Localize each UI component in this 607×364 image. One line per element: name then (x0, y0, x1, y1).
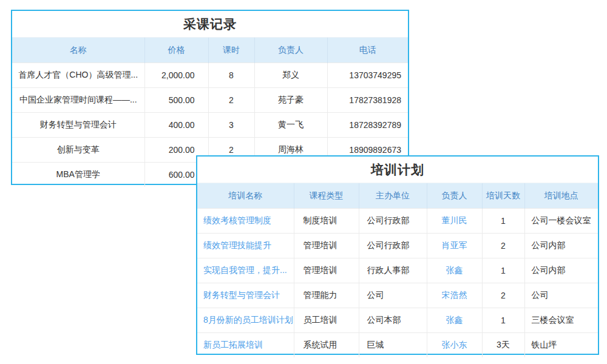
training-name-link[interactable]: 实现自我管理，提升... (197, 258, 294, 283)
training-header-row: 培训名称 课程类型 主办单位 负责人 培训天数 培训地点 (197, 183, 598, 209)
purchase-card-title: 采课记录 (12, 11, 408, 38)
cell-organizer: 公司行政部 (359, 209, 427, 234)
cell-location: 公司一楼会议室 (524, 209, 598, 234)
cell-hours: 2 (208, 88, 254, 113)
header-cell-manager: 负责人 (427, 183, 482, 209)
training-card-title: 培训计划 (197, 157, 598, 183)
cell-course-type: 系统试用 (294, 333, 359, 358)
table-row: 8月份新的员工培训计划 员工培训 公司本部 张鑫 1 三楼会议室 (197, 308, 598, 333)
header-cell-price: 价格 (144, 38, 208, 63)
cell-manager: 郑义 (254, 63, 327, 88)
header-cell-organizer: 主办单位 (359, 183, 427, 209)
cell-days: 1 (482, 258, 524, 283)
table-row: 财务转型与管理会计 管理能力 公司 宋浩然 2 公司 (197, 283, 598, 308)
manager-link[interactable]: 肖亚军 (427, 234, 482, 258)
purchase-header-row: 名称 价格 课时 负责人 电话 (12, 38, 408, 63)
table-row: 绩效考核管理制度 制度培训 公司行政部 董川民 1 公司一楼会议室 (197, 209, 598, 234)
cell-phone: 13703749295 (327, 63, 408, 88)
cell-phone: 17827381928 (327, 88, 408, 113)
training-table: 培训名称 课程类型 主办单位 负责人 培训天数 培训地点 绩效考核管理制度 制度… (197, 183, 598, 357)
cell-organizer: 行政人事部 (359, 258, 427, 283)
cell-course-type: 管理能力 (294, 283, 359, 308)
header-cell-manager: 负责人 (254, 38, 327, 63)
table-row: 首席人才官（CHO）高级管理... 2,000.00 8 郑义 13703749… (12, 63, 408, 88)
cell-organizer: 公司 (359, 283, 427, 308)
cell-organizer: 巨城 (359, 333, 427, 358)
training-name-link[interactable]: 新员工拓展培训 (197, 333, 294, 358)
cell-course-type: 员工培训 (294, 308, 359, 333)
training-plan-card: 培训计划 培训名称 课程类型 主办单位 负责人 培训天数 培训地点 绩效考核管理… (196, 155, 599, 355)
manager-link[interactable]: 张小东 (427, 333, 482, 358)
cell-location: 公司内部 (524, 258, 598, 283)
cell-hours: 8 (208, 63, 254, 88)
header-cell-training-name: 培训名称 (197, 183, 294, 209)
table-row: 实现自我管理，提升... 管理培训 行政人事部 张鑫 1 公司内部 (197, 258, 598, 283)
training-name-link[interactable]: 绩效考核管理制度 (197, 209, 294, 234)
cell-location: 公司内部 (524, 234, 598, 258)
cell-days: 2 (482, 234, 524, 258)
cell-organizer: 公司本部 (359, 308, 427, 333)
header-cell-course-type: 课程类型 (294, 183, 359, 209)
manager-link[interactable]: 董川民 (427, 209, 482, 234)
cell-organizer: 公司行政部 (359, 234, 427, 258)
cell-price: 400.00 (144, 113, 208, 138)
cell-days: 3天 (482, 333, 524, 358)
cell-manager: 苑子豪 (254, 88, 327, 113)
manager-link[interactable]: 张鑫 (427, 308, 482, 333)
cell-days: 1 (482, 209, 524, 234)
cell-price: 500.00 (144, 88, 208, 113)
header-cell-name: 名称 (12, 38, 144, 63)
cell-days: 2 (482, 283, 524, 308)
cell-location: 公司 (524, 283, 598, 308)
table-row: 新员工拓展培训 系统试用 巨城 张小东 3天 铁山坪 (197, 333, 598, 358)
cell-course-type: 制度培训 (294, 209, 359, 234)
header-cell-phone: 电话 (327, 38, 408, 63)
cell-course-name: MBA管理学 (12, 163, 144, 187)
cell-course-type: 管理培训 (294, 258, 359, 283)
manager-link[interactable]: 宋浩然 (427, 283, 482, 308)
cell-location: 三楼会议室 (524, 308, 598, 333)
cell-manager: 黄一飞 (254, 113, 327, 138)
training-name-link[interactable]: 8月份新的员工培训计划 (197, 308, 294, 333)
manager-link[interactable]: 张鑫 (427, 258, 482, 283)
table-row: 中国企业家管理时间课程——... 500.00 2 苑子豪 1782738192… (12, 88, 408, 113)
cell-days: 1 (482, 308, 524, 333)
cell-course-name: 创新与变革 (12, 138, 144, 163)
header-cell-hours: 课时 (208, 38, 254, 63)
training-name-link[interactable]: 绩效管理技能提升 (197, 234, 294, 258)
header-cell-location: 培训地点 (524, 183, 598, 209)
table-row: 绩效管理技能提升 管理培训 公司行政部 肖亚军 2 公司内部 (197, 234, 598, 258)
cell-location: 铁山坪 (524, 333, 598, 358)
cell-course-name: 财务转型与管理会计 (12, 113, 144, 138)
cell-course-name: 中国企业家管理时间课程——... (12, 88, 144, 113)
table-row: 财务转型与管理会计 400.00 3 黄一飞 18728392789 (12, 113, 408, 138)
cell-hours: 3 (208, 113, 254, 138)
training-name-link[interactable]: 财务转型与管理会计 (197, 283, 294, 308)
header-cell-days: 培训天数 (482, 183, 524, 209)
cell-phone: 18728392789 (327, 113, 408, 138)
cell-price: 2,000.00 (144, 63, 208, 88)
cell-course-name: 首席人才官（CHO）高级管理... (12, 63, 144, 88)
cell-course-type: 管理培训 (294, 234, 359, 258)
